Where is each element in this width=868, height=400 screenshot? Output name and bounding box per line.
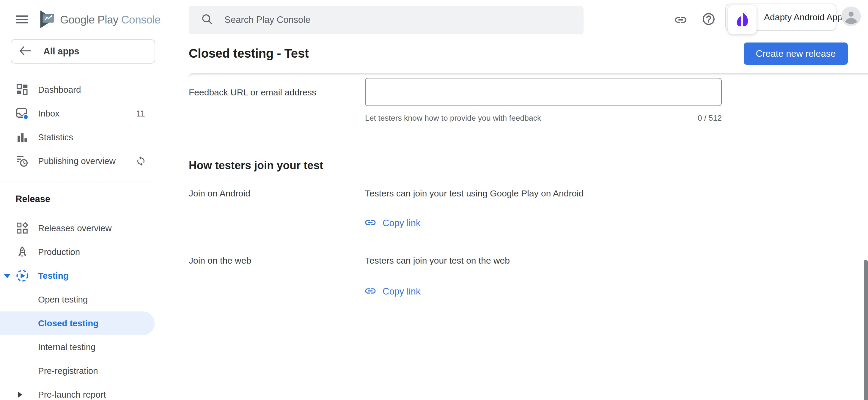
create-new-release-button[interactable]: Create new release (744, 42, 848, 65)
copy-link-web[interactable]: Copy link (364, 285, 421, 298)
join-web-description: Testers can join your test on the web (365, 255, 510, 266)
sidebar-item-inbox[interactable]: Inbox 11 (0, 102, 155, 125)
join-section-title: How testers join your test (189, 159, 323, 172)
sidebar-item-open-testing[interactable]: Open testing (0, 288, 155, 311)
app-selector[interactable]: Adapty Android App (725, 4, 836, 31)
sidebar-item-label: Internal testing (38, 342, 96, 352)
content-card: Feedback URL or email address Let tester… (188, 73, 868, 400)
sidebar-item-statistics[interactable]: Statistics (0, 125, 155, 149)
sidebar-item-publishing-overview[interactable]: Publishing overview (0, 149, 155, 173)
sidebar-item-testing[interactable]: Testing (0, 264, 155, 288)
all-apps-label: All apps (43, 46, 80, 57)
page-title: Closed testing - Test (189, 47, 309, 61)
link-icon (364, 285, 377, 298)
sidebar-item-pre-registration[interactable]: Pre-registration (0, 359, 155, 383)
search-bar[interactable]: Search Play Console (189, 6, 584, 34)
sidebar-item-label: Pre-launch report (38, 390, 106, 400)
help-icon[interactable] (702, 12, 716, 27)
join-android-description: Testers can join your test using Google … (365, 188, 584, 198)
sidebar-item-closed-testing[interactable]: Closed testing (0, 311, 155, 335)
copy-link-android[interactable]: Copy link (364, 216, 421, 230)
sidebar-section-release: Release (16, 194, 50, 205)
sidebar-item-label: Pre-registration (38, 366, 98, 376)
sidebar-item-label: Dashboard (38, 85, 81, 95)
copy-link-label: Copy link (382, 286, 421, 297)
sidebar-item-label: Production (38, 247, 80, 257)
hamburger-menu-icon[interactable] (17, 16, 28, 25)
sidebar-item-label: Publishing overview (38, 156, 116, 166)
search-icon (201, 13, 213, 26)
sidebar-divider (0, 182, 155, 182)
sidebar-item-label: Testing (38, 271, 69, 281)
testing-icon (16, 269, 29, 282)
logo-text-console: Console (121, 14, 160, 26)
search-placeholder: Search Play Console (224, 14, 311, 25)
dashboard-icon (16, 84, 29, 96)
app-selector-label: Adapty Android App (764, 12, 842, 22)
sync-pending-icon (135, 156, 146, 166)
logo-text: Google Play Console (60, 14, 160, 26)
sidebar-item-production[interactable]: Production (0, 240, 155, 264)
feedback-helper-row: Let testers know how to provide you with… (365, 114, 722, 123)
releases-overview-icon (16, 222, 29, 234)
char-counter: 0 / 512 (698, 114, 722, 123)
sidebar-item-dashboard[interactable]: Dashboard (0, 78, 155, 102)
publishing-overview-icon (16, 155, 29, 167)
sidebar-item-label: Releases overview (38, 223, 112, 233)
back-arrow-icon (19, 46, 32, 57)
chevron-down-icon[interactable] (4, 274, 11, 278)
join-web-label: Join on the web (189, 255, 251, 266)
feedback-url-label: Feedback URL or email address (189, 87, 316, 97)
account-avatar[interactable] (841, 6, 861, 27)
sidebar-item-label: Statistics (38, 132, 73, 142)
join-android-label: Join on Android (189, 188, 250, 198)
sidebar-item-label: Open testing (38, 295, 88, 305)
sidebar-item-pre-launch-report[interactable]: Pre-launch report (0, 383, 155, 400)
adapty-app-icon (728, 5, 757, 34)
play-console-logo: Google Play Console (39, 9, 160, 30)
link-icon (364, 216, 377, 230)
sidebar-item-releases-overview[interactable]: Releases overview (0, 216, 155, 240)
play-console-logo-icon (39, 9, 56, 30)
bar-chart-icon (16, 132, 29, 143)
sidebar-item-label: Inbox (38, 109, 59, 119)
vertical-scrollbar[interactable] (864, 260, 868, 400)
preview-link-icon[interactable] (674, 13, 688, 28)
rocket-icon (16, 246, 29, 258)
inbox-icon (16, 107, 29, 120)
logo-text-google-play: Google Play (60, 14, 118, 26)
sidebar-item-label: Closed testing (38, 318, 98, 328)
inbox-count-badge: 11 (136, 109, 145, 119)
feedback-url-input[interactable] (365, 78, 722, 106)
all-apps-button[interactable]: All apps (11, 39, 155, 64)
copy-link-label: Copy link (382, 218, 421, 228)
sidebar-item-internal-testing[interactable]: Internal testing (0, 335, 155, 359)
feedback-helper-text: Let testers know how to provide you with… (365, 114, 541, 123)
chevron-right-icon[interactable] (18, 391, 22, 398)
